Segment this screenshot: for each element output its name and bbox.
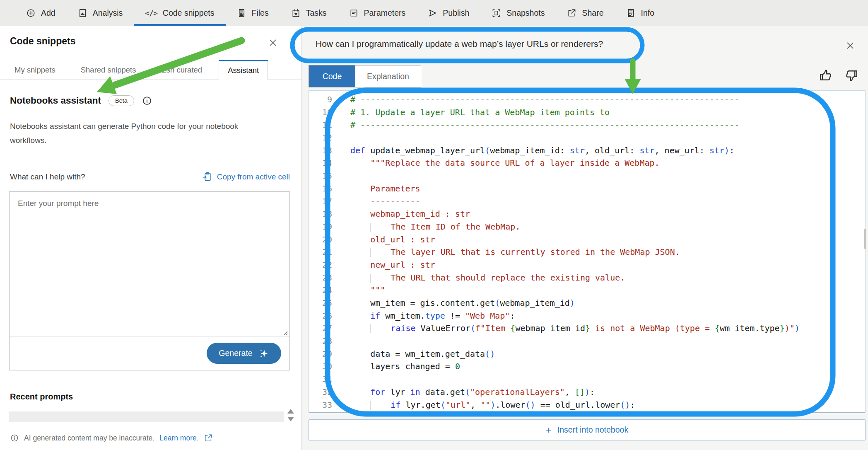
scroll-up-arrow-icon[interactable] [287, 409, 294, 414]
line-number: 12 [309, 131, 332, 144]
code-line: 18 webmap_item_id : str [309, 208, 865, 220]
info-circle-icon[interactable] [142, 95, 152, 106]
toolbar-item-label: Snapshots [506, 8, 545, 18]
code-line: 27 raise ValueError(f"Item {webmap_item_… [309, 322, 865, 335]
tab-shared-snippets[interactable]: Shared snippets [72, 60, 145, 80]
snapshots-icon [492, 8, 501, 18]
toolbar-item-label: Share [582, 8, 603, 18]
tab-code[interactable]: Code [309, 65, 355, 87]
prompt-input[interactable] [10, 192, 289, 336]
toolbar-item-files[interactable]: Files [226, 0, 280, 26]
publish-icon [428, 8, 437, 18]
close-icon[interactable] [268, 38, 279, 49]
code-line: 17 ---------- [309, 195, 865, 208]
code-line: 22 new_url : str [309, 259, 865, 271]
thumbs-up-icon[interactable] [818, 68, 833, 83]
toolbar-item-label: Code snippets [163, 8, 215, 18]
line-number: 26 [309, 310, 332, 322]
code-line: 13def update_webmap_layer_url(webmap_ite… [309, 144, 865, 157]
panel-title: Code snippets [10, 36, 75, 47]
code-snippets-panel: Code snippets My snippets Shared snippet… [0, 26, 302, 450]
toolbar-item-tasks[interactable]: Tasks [280, 0, 338, 26]
code-line: 30 layers_changed = 0 [309, 360, 865, 373]
toolbar-item-label: Add [41, 8, 55, 18]
line-number: 17 [309, 195, 332, 208]
code-line: 9# -------------------------------------… [309, 93, 865, 106]
code-line: 19 The Item ID of the WebMap. [309, 220, 865, 233]
toolbar-item-label: Parameters [364, 8, 406, 18]
toolbar-item-add[interactable]: Add [15, 0, 67, 26]
thumbs-down-icon[interactable] [844, 68, 859, 83]
insert-into-notebook-button[interactable]: + Insert into notebook [309, 419, 866, 440]
line-number: 13 [309, 144, 332, 157]
prompt-container: Generate [9, 191, 290, 370]
generate-button[interactable]: Generate [207, 343, 281, 364]
toolbar-item-publish[interactable]: Publish [417, 0, 480, 26]
tab-esri-curated[interactable]: Esri curated [152, 60, 211, 80]
add-icon [26, 8, 36, 18]
scrollbar-thumb[interactable] [864, 229, 866, 249]
info-icon [626, 8, 636, 18]
line-number: 23 [309, 271, 332, 284]
code-line: 20 old_url : str [309, 233, 865, 246]
plus-icon: + [546, 425, 552, 435]
info-circle-icon [10, 433, 19, 443]
sparkle-icon [258, 348, 269, 359]
code-line: 10# 1. Update a layer URL that a WebMap … [309, 106, 865, 119]
code-line: 15 [309, 169, 865, 182]
scroll-down-arrow-icon[interactable] [287, 417, 294, 421]
line-number: 33 [309, 399, 332, 411]
tab-my-snippets[interactable]: My snippets [6, 60, 64, 80]
resize-handle[interactable] [282, 330, 288, 336]
analysis-icon [78, 8, 87, 18]
code-line: 23 The URL that should replace the exist… [309, 271, 865, 284]
toolbar-item-parameters[interactable]: Parameters [338, 0, 417, 26]
line-number: 29 [309, 348, 332, 360]
tasks-icon [291, 8, 301, 18]
toolbar-item-label: Analysis [93, 8, 123, 18]
line-number: 28 [309, 335, 332, 348]
code-line: 32 for lyr in data.get("operationalLayer… [309, 386, 865, 399]
copy-from-active-cell-link[interactable]: Copy from active cell [202, 172, 290, 182]
toolbar-item-snapshots[interactable]: Snapshots [480, 0, 556, 26]
tab-explanation[interactable]: Explanation [355, 65, 421, 87]
line-number: 21 [309, 246, 332, 259]
recent-prompt-item[interactable] [9, 411, 284, 422]
code-line: 16 Parameters [309, 182, 865, 195]
line-number: 19 [309, 220, 332, 233]
assistant-description: Notebooks assistant can generate Python … [10, 119, 263, 148]
code-line: 14 """Replace the data source URL of a l… [309, 157, 865, 169]
code-line: 26 if wm_item.type != "Web Map": [309, 310, 865, 322]
notebook-toolbar: Add Analysis </> Code snippets Files Tas… [0, 0, 868, 26]
ai-disclaimer: AI generated content may be inaccurate. [24, 434, 154, 443]
line-number: 25 [309, 297, 332, 310]
parameters-icon [349, 8, 359, 18]
toolbar-item-info[interactable]: Info [615, 0, 666, 26]
line-number: 10 [309, 106, 332, 119]
code-line: 33 if lyr.get("url", "").lower() == old_… [309, 399, 865, 411]
learn-more-link[interactable]: Learn more. [159, 434, 198, 443]
toolbar-item-code-snippets[interactable]: </> Code snippets [134, 0, 225, 26]
close-icon[interactable] [846, 41, 856, 51]
line-number: 20 [309, 233, 332, 246]
code-line: 31 [309, 373, 865, 386]
toolbar-item-label: Files [252, 8, 269, 18]
code-line: 24 """ [309, 284, 865, 297]
toolbar-item-label: Publish [443, 8, 469, 18]
toolbar-item-label: Tasks [306, 8, 327, 18]
line-number: 16 [309, 182, 332, 195]
code-line: 28 [309, 335, 865, 348]
assistant-question: How can I programmatically update a web … [316, 39, 647, 49]
line-number: 22 [309, 259, 332, 271]
code-line: 12 [309, 131, 865, 144]
toolbar-item-analysis[interactable]: Analysis [67, 0, 134, 26]
line-number: 14 [309, 157, 332, 169]
divider [0, 376, 301, 376]
toolbar-item-share[interactable]: Share [556, 0, 615, 26]
line-number: 15 [309, 169, 332, 182]
code-editor[interactable]: 9# -------------------------------------… [309, 90, 866, 413]
code-line: 25 wm_item = gis.content.get(webmap_item… [309, 297, 865, 310]
line-number: 24 [309, 284, 332, 297]
tab-assistant[interactable]: Assistant [219, 60, 268, 80]
code-snippets-icon: </> [145, 9, 157, 17]
